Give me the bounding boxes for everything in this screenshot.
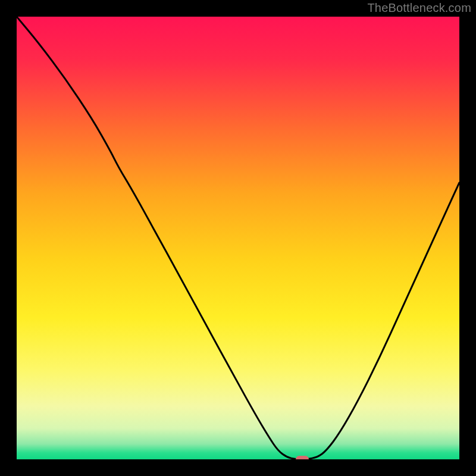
gradient-background <box>17 17 459 459</box>
chart-frame: TheBottleneck.com <box>0 0 476 476</box>
watermark-text: TheBottleneck.com <box>367 1 471 15</box>
optimal-marker <box>296 456 309 459</box>
plot-svg <box>17 17 459 459</box>
plot-area <box>17 17 459 459</box>
